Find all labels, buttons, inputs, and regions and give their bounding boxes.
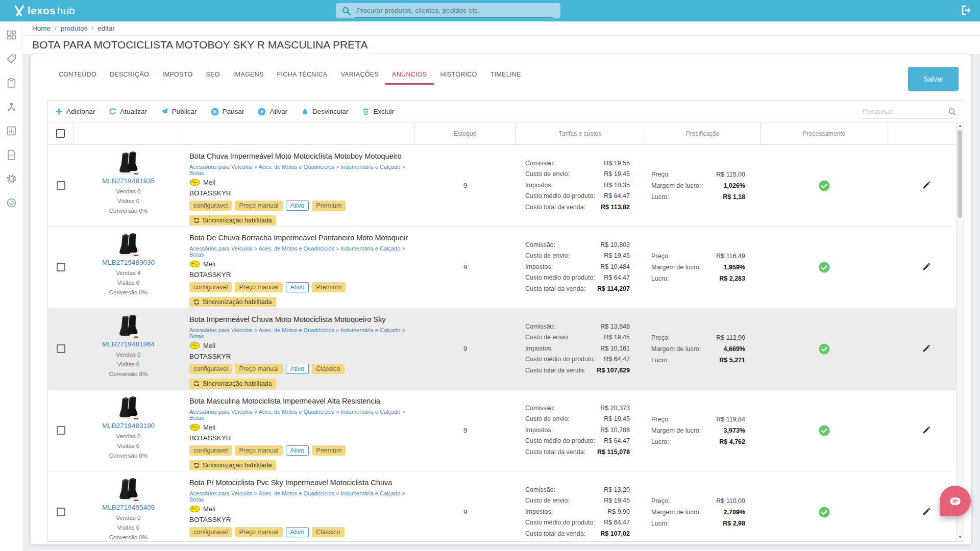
support-icon (6, 197, 17, 208)
integrations-icon (6, 102, 17, 112)
tab-timeline[interactable]: TIMELINE (484, 68, 528, 85)
listing-id-link[interactable]: MLB2719483190 (102, 422, 155, 430)
listing-id-link[interactable]: MLB2719495409 (102, 504, 155, 511)
fee-total-value: R$ 114,207 (597, 284, 630, 295)
logo-x-icon (13, 5, 28, 17)
tab-variacoes[interactable]: VARIAÇÕES (334, 68, 385, 85)
sidebar-item-orders-clipboard[interactable] (6, 77, 17, 88)
logo-secondary: hub (57, 5, 75, 17)
edit-icon[interactable] (922, 181, 930, 190)
toolbar-button-atualizar[interactable]: Atualizar (109, 108, 147, 115)
edit-icon[interactable] (922, 508, 930, 516)
tab-anuncios[interactable]: ANÚNCIOS (385, 68, 433, 85)
fee-value: R$ 10,161 (600, 343, 630, 355)
row-checkbox[interactable] (57, 344, 65, 353)
toolbar-button-excluir[interactable]: Excluir (362, 108, 394, 115)
category-path-link[interactable]: Acessórios para Veículos > Aces. de Moto… (189, 327, 410, 339)
visits-count: Visitas 0 (117, 280, 139, 286)
fee-label: Comissão: (525, 321, 555, 333)
listing-title: Bota De Chuva Borracha Impermeável Panta… (189, 234, 410, 242)
header-info-col (183, 122, 415, 144)
listing-id-link[interactable]: MLB2719481935 (102, 177, 155, 185)
sidebar-item-products-tag[interactable] (6, 53, 17, 64)
sidebar-item-settings[interactable] (6, 173, 17, 184)
breadcrumb-editar: editar (97, 24, 115, 32)
listing-tag-premium: Premium (312, 282, 346, 292)
sync-icon (193, 299, 200, 305)
sync-status-badge: Sincronização habilitada (189, 215, 276, 226)
fee-value: R$ 64,47 (604, 436, 630, 447)
toolbar-button-publicar[interactable]: Publicar (161, 108, 197, 115)
breadcrumb-home[interactable]: Home (32, 24, 51, 32)
category-path-link[interactable]: Acessórios para Veículos > Aces. de Moto… (189, 409, 410, 421)
category-path-link[interactable]: Acessórios para Veículos > Aces. de Moto… (189, 490, 410, 503)
stock-value: 9 (415, 471, 516, 542)
table-row: MLB2719495409 Vendas 0 Visitas 0 Convers… (48, 471, 964, 542)
toolbar-button-ativar[interactable]: Ativar (258, 108, 287, 116)
row-checkbox[interactable] (57, 426, 65, 435)
sidebar-item-support[interactable] (6, 197, 17, 208)
global-search-input[interactable] (355, 4, 553, 18)
price-value: R$ 116,49 (716, 251, 745, 262)
toolbar-button-desvincular[interactable]: Desvincular (301, 108, 349, 115)
category-path-link[interactable]: Acessórios para Veículos > Aces. de Moto… (189, 245, 410, 258)
listing-tag-configuravel: configuravel (189, 445, 232, 456)
tab-conteudo[interactable]: CONTEÚDO (52, 68, 103, 85)
fee-total-value: R$ 115,078 (597, 447, 630, 458)
save-button[interactable]: Salvar (908, 67, 959, 91)
sync-status-text: Sincronização habilitada (203, 298, 272, 306)
fee-value: R$ 19,45 (604, 495, 630, 507)
row-checkbox[interactable] (57, 508, 65, 516)
scrollbar-thumb[interactable] (958, 130, 962, 218)
app-logo[interactable]: lexos hub (13, 0, 75, 21)
sync-status-badge: Sincronização habilitada (189, 297, 276, 307)
tag-list: configuravelPreço manualAtivoPremium (189, 445, 410, 456)
row-checkbox[interactable] (57, 263, 65, 271)
logout-button[interactable] (961, 5, 972, 15)
chat-button[interactable] (940, 486, 971, 516)
edit-icon[interactable] (922, 263, 930, 271)
channel-label: Meli (203, 260, 215, 268)
listing-tag-configuravel: configuravel (189, 364, 232, 374)
scroll-up-arrow-icon[interactable]: ▲ (957, 123, 964, 128)
category-path-link[interactable]: Acessórios para Veículos > Aces. de Moto… (189, 164, 410, 176)
tab-imposto[interactable]: IMPOSTO (156, 68, 200, 85)
toolbar-button-adicionar[interactable]: Adicionar (55, 108, 95, 115)
tab-imagens[interactable]: IMAGENS (227, 68, 271, 85)
tab-descricao[interactable]: DESCRIÇÃO (103, 68, 156, 85)
fee-label: Impostos: (525, 262, 553, 273)
row-checkbox[interactable] (57, 181, 65, 190)
price-value: R$ 110,00 (716, 495, 745, 507)
edit-icon[interactable] (922, 344, 930, 353)
sidebar-item-documents[interactable] (6, 149, 17, 160)
sidebar-item-dashboard[interactable] (6, 29, 17, 40)
vertical-scrollbar[interactable]: ▲ ▼ (956, 122, 964, 541)
scroll-down-arrow-icon[interactable]: ▼ (957, 535, 964, 539)
conversion-rate: Conversão 0% (109, 534, 148, 540)
select-all-checkbox[interactable] (56, 129, 65, 138)
sidebar-item-reports[interactable] (6, 125, 17, 136)
tab-seo[interactable]: SEO (200, 68, 227, 85)
listing-id-link[interactable]: MLB2719489030 (102, 259, 155, 266)
sync-status-text: Sincronização habilitada (203, 217, 272, 224)
search-icon (948, 108, 957, 118)
toolbar-button-pausar[interactable]: Pausar (211, 108, 244, 116)
price-value: R$ 115,00 (716, 169, 745, 180)
fee-total-value: R$ 107,02 (600, 529, 630, 540)
listing-tag-preco-manual: Preço manual (235, 282, 282, 292)
listing-id-link[interactable]: MLB2719481864 (102, 340, 155, 348)
breadcrumb-produtos[interactable]: produtos (61, 24, 88, 32)
pricing-block: Preço:R$ 116,49 Margem de lucro:1,959% L… (645, 227, 761, 308)
product-image (115, 476, 142, 503)
edit-icon[interactable] (922, 426, 930, 435)
sync-status-text: Sincronização habilitada (203, 462, 272, 469)
listing-tag-preco-manual: Preço manual (235, 445, 282, 456)
tab-ficha-tecnica[interactable]: FICHA TÉCNICA (271, 68, 334, 85)
meli-icon (189, 179, 200, 186)
sidebar-item-integrations[interactable] (6, 101, 17, 112)
margin-label: Margem de lucro: (651, 507, 701, 518)
table-search-input[interactable] (862, 105, 958, 118)
tab-historico[interactable]: HISTÓRICO (434, 68, 484, 85)
fee-label: Custo de envio: (525, 495, 570, 507)
product-image (115, 394, 142, 421)
